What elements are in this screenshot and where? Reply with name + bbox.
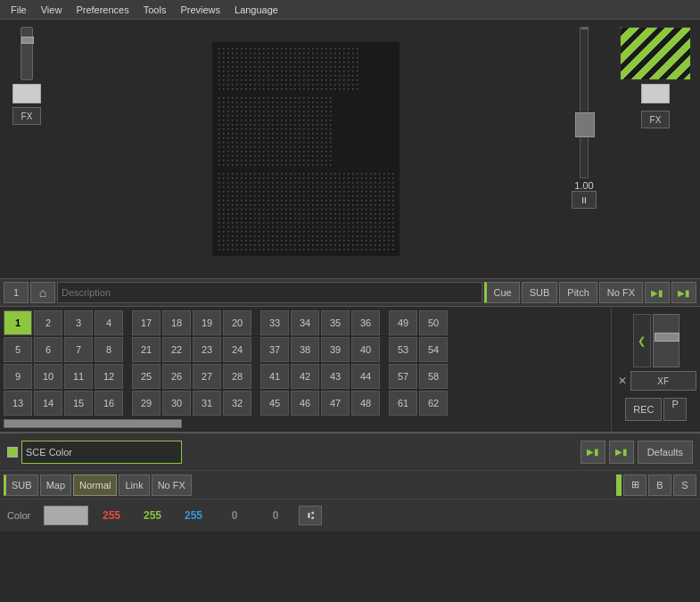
cue-cell-4[interactable]: 4 xyxy=(95,310,123,335)
cue-cell-58[interactable]: 58 xyxy=(419,364,448,389)
menu-file[interactable]: File xyxy=(4,3,34,17)
nav-back-button[interactable]: ▶▮ xyxy=(671,282,696,303)
cue-button[interactable]: Cue xyxy=(484,282,520,303)
cue-cell-34[interactable]: 34 xyxy=(291,310,319,335)
menu-previews[interactable]: Previews xyxy=(173,3,227,17)
cue-cell-53[interactable]: 53 xyxy=(389,337,417,362)
mini-fader[interactable] xyxy=(653,314,679,367)
brand-area: FX xyxy=(611,20,700,278)
cue-cell-62[interactable]: 62 xyxy=(419,391,448,416)
cue-cell-22[interactable]: 22 xyxy=(162,337,191,362)
cue-number[interactable]: 1 xyxy=(4,282,29,303)
cue-cell-33[interactable]: 33 xyxy=(260,310,289,335)
xf-button[interactable]: XF xyxy=(630,371,696,391)
cue-cell-15[interactable]: 15 xyxy=(64,391,93,416)
map-tag[interactable]: Map xyxy=(40,474,71,496)
cue-cell-30[interactable]: 30 xyxy=(162,391,191,416)
main-fader-track[interactable] xyxy=(580,27,589,178)
sub-tag[interactable]: SUB xyxy=(4,474,38,496)
scene-nav2-button[interactable]: ▶▮ xyxy=(609,441,634,464)
menu-language[interactable]: Language xyxy=(227,3,285,17)
cue-cell-10[interactable]: 10 xyxy=(34,364,62,389)
cue-cell-18[interactable]: 18 xyxy=(162,310,191,335)
link-tag[interactable]: Link xyxy=(119,474,149,496)
cue-cell-6[interactable]: 6 xyxy=(34,337,62,362)
cue-cell-8[interactable]: 8 xyxy=(95,337,123,362)
brand-logo xyxy=(620,27,691,80)
cue-cell-14[interactable]: 14 xyxy=(34,391,62,416)
rec-button[interactable]: REC xyxy=(625,398,662,421)
menu-view[interactable]: View xyxy=(34,3,70,17)
scene-name-field[interactable]: SCE Color xyxy=(21,441,182,464)
cue-cell-36[interactable]: 36 xyxy=(351,310,380,335)
cue-cell-20[interactable]: 20 xyxy=(223,310,251,335)
description-field[interactable] xyxy=(57,282,482,303)
cue-cell-42[interactable]: 42 xyxy=(291,364,319,389)
cue-cell-37[interactable]: 37 xyxy=(260,337,289,362)
cue-cell-26[interactable]: 26 xyxy=(162,364,191,389)
cue-cell-7[interactable]: 7 xyxy=(64,337,93,362)
mixer-icon[interactable]: ⑆ xyxy=(299,506,322,525)
cue-cell-38[interactable]: 38 xyxy=(291,337,319,362)
scene-nav1-button[interactable]: ▶▮ xyxy=(581,441,605,464)
cue-cell-40[interactable]: 40 xyxy=(351,337,380,362)
pause-button[interactable]: ⏸ xyxy=(572,191,597,209)
cue-cell-5[interactable]: 5 xyxy=(4,337,32,362)
cue-cell-11[interactable]: 11 xyxy=(64,364,93,389)
home-button[interactable]: ⌂ xyxy=(30,282,55,303)
nav-forward-button[interactable]: ▶▮ xyxy=(645,282,670,303)
cue-cell-50[interactable]: 50 xyxy=(419,310,448,335)
left-slider[interactable] xyxy=(21,27,33,80)
cue-cell-29[interactable]: 29 xyxy=(132,391,161,416)
cue-cell-1[interactable]: 1 xyxy=(4,310,32,335)
grid-icon[interactable]: ⊞ xyxy=(623,474,646,496)
b-icon[interactable]: B xyxy=(648,474,671,496)
cue-cell-28[interactable]: 28 xyxy=(223,364,251,389)
cue-cell-35[interactable]: 35 xyxy=(321,310,350,335)
cue-cell-24[interactable]: 24 xyxy=(223,337,251,362)
cue-cell-3[interactable]: 3 xyxy=(64,310,93,335)
cue-cell-43[interactable]: 43 xyxy=(321,364,350,389)
cue-cell-17[interactable]: 17 xyxy=(132,310,161,335)
nofx-button[interactable]: No FX xyxy=(599,282,643,303)
cue-cell-9[interactable]: 9 xyxy=(4,364,32,389)
cue-cell-54[interactable]: 54 xyxy=(419,337,448,362)
normal-tag[interactable]: Normal xyxy=(73,474,117,496)
p-button[interactable]: P xyxy=(663,398,686,421)
cue-cell-45[interactable]: 45 xyxy=(260,391,289,416)
cue-cell-19[interactable]: 19 xyxy=(193,310,221,335)
cue-cell-16[interactable]: 16 xyxy=(95,391,123,416)
cue-cell-46[interactable]: 46 xyxy=(291,391,319,416)
progress-bar[interactable] xyxy=(4,419,182,428)
pitch-button[interactable]: Pitch xyxy=(559,282,597,303)
fx-button-left[interactable]: FX xyxy=(12,107,41,125)
cue-cell-27[interactable]: 27 xyxy=(193,364,221,389)
fader-handle[interactable] xyxy=(575,112,595,137)
cue-cell-32[interactable]: 32 xyxy=(223,391,251,416)
cue-cell-21[interactable]: 21 xyxy=(132,337,161,362)
sub-button[interactable]: SUB xyxy=(522,282,558,303)
color-swatch[interactable] xyxy=(44,506,88,525)
menu-preferences[interactable]: Preferences xyxy=(69,3,136,17)
s-icon[interactable]: S xyxy=(673,474,696,496)
cue-cell-31[interactable]: 31 xyxy=(193,391,221,416)
menu-tools[interactable]: Tools xyxy=(136,3,174,17)
bottom-section: SCE Color ▶▮ ▶▮ Defaults SUB Map Normal … xyxy=(0,432,700,532)
fx-button-right[interactable]: FX xyxy=(641,111,670,128)
defaults-button[interactable]: Defaults xyxy=(638,441,693,464)
cue-cell-41[interactable]: 41 xyxy=(260,364,289,389)
cue-cell-2[interactable]: 2 xyxy=(34,310,62,335)
cue-cell-47[interactable]: 47 xyxy=(321,391,350,416)
cue-cell-12[interactable]: 12 xyxy=(95,364,123,389)
cue-cell-39[interactable]: 39 xyxy=(321,337,350,362)
cue-cell-61[interactable]: 61 xyxy=(389,391,417,416)
cue-cell-13[interactable]: 13 xyxy=(4,391,32,416)
cue-cell-25[interactable]: 25 xyxy=(132,364,161,389)
nav-left-button[interactable]: ❮ xyxy=(633,314,651,367)
nofx-tag[interactable]: No FX xyxy=(152,474,192,496)
cue-cell-48[interactable]: 48 xyxy=(351,391,380,416)
cue-cell-57[interactable]: 57 xyxy=(389,364,417,389)
cue-cell-49[interactable]: 49 xyxy=(389,310,417,335)
cue-cell-23[interactable]: 23 xyxy=(193,337,221,362)
cue-cell-44[interactable]: 44 xyxy=(351,364,380,389)
